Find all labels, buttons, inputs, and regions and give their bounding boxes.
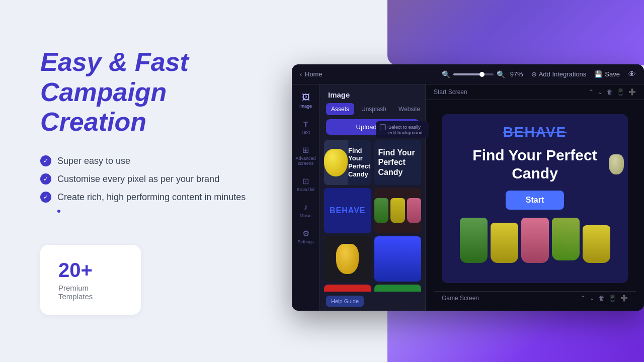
- preview-gummy-float: [609, 154, 624, 174]
- check-icon-2: ✓: [40, 173, 51, 185]
- bag-pink: [407, 198, 422, 223]
- text-icon: T: [301, 119, 311, 129]
- panel-tabs: Assets Unsplash Website: [320, 103, 425, 119]
- thumb-gummy-bear[interactable]: [324, 236, 371, 282]
- preview-bag-yellow: [491, 223, 518, 263]
- game-chevron-down[interactable]: ⌄: [590, 295, 595, 302]
- screen-card: BEHAVE Find Your Perfect Candy Start: [442, 114, 628, 283]
- gummy-bear-visual: [336, 244, 359, 274]
- image-icon: 🖼: [301, 93, 311, 103]
- preview-find-candy-text: Find Your Perfect Candy: [450, 146, 620, 183]
- thumb-gradient-blue[interactable]: [374, 236, 422, 282]
- game-screen-label: Game Screen: [442, 295, 479, 302]
- main-title: Easy & Fast Campaign Creation: [40, 47, 262, 137]
- preview-candy-bags: [450, 218, 620, 263]
- sidebar-item-settings[interactable]: ⚙ Settings: [294, 224, 318, 248]
- templates-card: 20+ Premium Templates: [40, 245, 141, 315]
- sidebar-icons: 🖼 Image T Text ⊞ Advanced screens ⊡ Bran…: [292, 84, 320, 311]
- preview-controls: ⌃ ⌄ 🗑 📱 ➕: [589, 88, 636, 96]
- eye-icon[interactable]: 👁: [628, 70, 636, 79]
- behave-logo-visual: BEHAVE: [330, 206, 366, 215]
- app-mockup: ‹ Home 🔍 🔍 97% ⊕ Add Integrations 💾 Save…: [292, 64, 644, 311]
- add-screen-icon[interactable]: ➕: [628, 88, 636, 96]
- chevron-down-icon[interactable]: ⌄: [598, 88, 603, 96]
- thumb-discount-50[interactable]: 50$ OFF: [324, 285, 371, 292]
- check-icon-3: ✓: [40, 192, 51, 203]
- feature-item-4: [40, 210, 262, 213]
- brand-kit-icon: ⊡: [301, 176, 311, 186]
- start-screen-label: Start Screen: [434, 88, 467, 96]
- templates-label: Premium Templates: [58, 284, 123, 301]
- thumb-discount-100[interactable]: 100$ OFF: [374, 285, 422, 292]
- sidebar-item-advanced-screens[interactable]: ⊞ Advanced screens: [294, 141, 318, 170]
- panel-header: Image: [320, 84, 425, 103]
- help-guide-button[interactable]: Help Guide: [320, 292, 425, 311]
- game-screen-bar: Game Screen ⌃ ⌄ 🗑 📱 ➕: [434, 291, 636, 305]
- app-body: 🖼 Image T Text ⊞ Advanced screens ⊡ Bran…: [292, 84, 644, 311]
- add-integrations-button[interactable]: ⊕ Add Integrations: [531, 70, 587, 78]
- zoom-control[interactable]: 🔍 🔍 97%: [442, 70, 523, 78]
- settings-icon: ⚙: [301, 228, 311, 238]
- bag-green: [374, 198, 389, 223]
- game-mobile-icon[interactable]: 📱: [609, 295, 616, 302]
- check-icon-1: ✓: [40, 155, 51, 166]
- home-nav[interactable]: ‹ Home: [300, 70, 323, 78]
- game-delete-icon[interactable]: 🗑: [599, 295, 605, 302]
- tab-assets[interactable]: Assets: [326, 103, 354, 115]
- image-panel: Image Assets Unsplash Website Upload Fil…: [320, 84, 426, 311]
- templates-count: 20+: [58, 259, 123, 282]
- thumb-find-text[interactable]: Find YourPerfect Candy: [374, 140, 422, 185]
- chevron-left-icon: ‹: [300, 71, 302, 78]
- bullet-dot: [57, 210, 60, 213]
- game-screen-controls: ⌃ ⌄ 🗑 📱 ➕: [581, 295, 628, 302]
- features-list: ✓ Super easy to use ✓ Customise every pi…: [40, 155, 262, 220]
- bg-decoration-top: [387, 0, 644, 65]
- image-grid: Find Your Perfect Candy Find YourPerfect…: [320, 140, 425, 292]
- sidebar-item-music[interactable]: ♪ Music: [294, 198, 318, 222]
- preview-panel: Start Screen ⌃ ⌄ 🗑 📱 ➕ Select to easily …: [426, 84, 644, 311]
- feature-item-3: ✓ Create rich, high performing content i…: [40, 192, 262, 203]
- delete-screen-icon[interactable]: 🗑: [607, 88, 613, 96]
- app-topbar: ‹ Home 🔍 🔍 97% ⊕ Add Integrations 💾 Save…: [292, 64, 644, 84]
- preview-topbar: Start Screen ⌃ ⌄ 🗑 📱 ➕: [426, 84, 644, 100]
- bg-select-checkbox[interactable]: [380, 124, 386, 130]
- preview-bag-pink: [521, 218, 549, 263]
- tab-website[interactable]: Website: [393, 103, 425, 115]
- bag-yellow: [390, 198, 405, 223]
- feature-item-2: ✓ Customise every pixel as per your bran…: [40, 173, 262, 185]
- preview-start-button[interactable]: Start: [506, 191, 564, 210]
- feature-item-1: ✓ Super easy to use: [40, 155, 262, 166]
- left-panel: Easy & Fast Campaign Creation ✓ Super ea…: [0, 0, 292, 362]
- sidebar-item-image[interactable]: 🖼 Image: [294, 88, 318, 113]
- select-bg-note: Select to easily edit background: [376, 121, 429, 138]
- find-text-thumb: Find YourPerfect Candy: [378, 148, 418, 177]
- preview-behave-logo: BEHAVE: [503, 124, 567, 140]
- preview-bag-extra2: [583, 225, 610, 263]
- candy-rock-visual: [324, 149, 348, 176]
- music-icon: ♪: [301, 202, 311, 212]
- thumb-candy-rock[interactable]: Find Your Perfect Candy: [324, 140, 371, 185]
- thumb-behave-logo[interactable]: BEHAVE: [324, 188, 371, 233]
- plus-icon: ⊕: [531, 70, 537, 78]
- screen-container: Select to easily edit background BEHAVE …: [434, 106, 636, 305]
- game-add-icon[interactable]: ➕: [620, 295, 628, 302]
- chevron-up-icon[interactable]: ⌃: [589, 88, 594, 96]
- zoom-out-icon[interactable]: 🔍: [442, 70, 450, 78]
- game-chevron-up[interactable]: ⌃: [581, 295, 586, 302]
- find-candy-text: Find Your Perfect Candy: [348, 147, 370, 178]
- tab-unsplash[interactable]: Unsplash: [356, 103, 391, 115]
- thumb-candy-bags[interactable]: [374, 188, 422, 233]
- zoom-in-icon[interactable]: 🔍: [497, 70, 505, 78]
- save-button[interactable]: 💾 Save: [594, 70, 620, 78]
- zoom-slider[interactable]: [453, 73, 494, 75]
- topbar-actions: ⊕ Add Integrations 💾 Save 👁: [531, 70, 636, 79]
- save-icon: 💾: [594, 70, 602, 78]
- screen-card-inner: BEHAVE Find Your Perfect Candy Start: [442, 114, 628, 283]
- preview-bag-extra1: [552, 218, 580, 260]
- bg-decoration-bottom: [387, 302, 644, 362]
- mobile-icon[interactable]: 📱: [617, 88, 624, 96]
- sidebar-item-text[interactable]: T Text: [294, 115, 318, 139]
- preview-bag-green: [460, 218, 488, 263]
- sidebar-item-brand-kit[interactable]: ⊡ Brand kit: [294, 172, 318, 196]
- screens-icon: ⊞: [301, 145, 311, 155]
